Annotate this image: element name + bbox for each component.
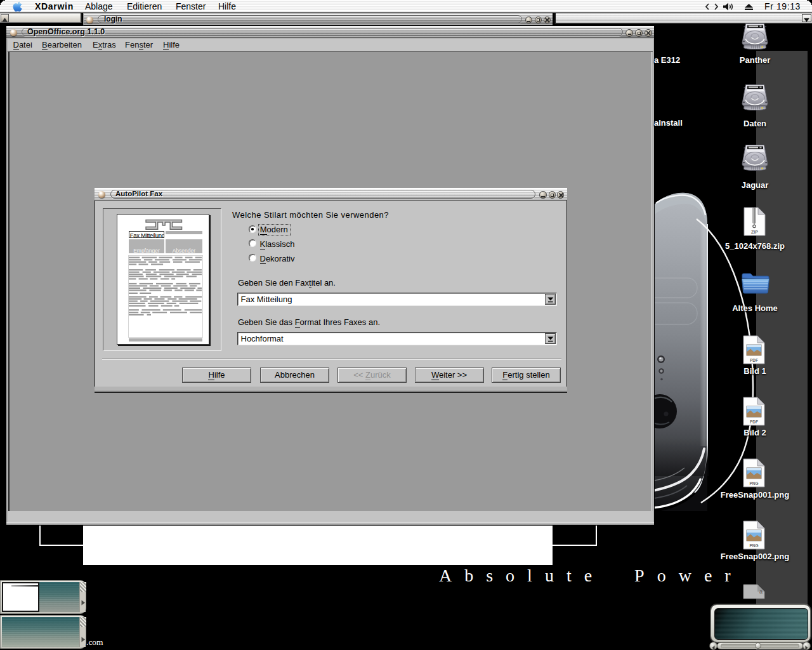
svg-text:PDF: PDF <box>750 420 758 424</box>
svg-text:PDF: PDF <box>750 358 758 362</box>
svg-text:PNG: PNG <box>749 543 758 548</box>
svg-text:a: a <box>759 588 763 595</box>
svg-text:ZIP: ZIP <box>751 230 758 234</box>
svg-text:PNG: PNG <box>749 481 758 486</box>
